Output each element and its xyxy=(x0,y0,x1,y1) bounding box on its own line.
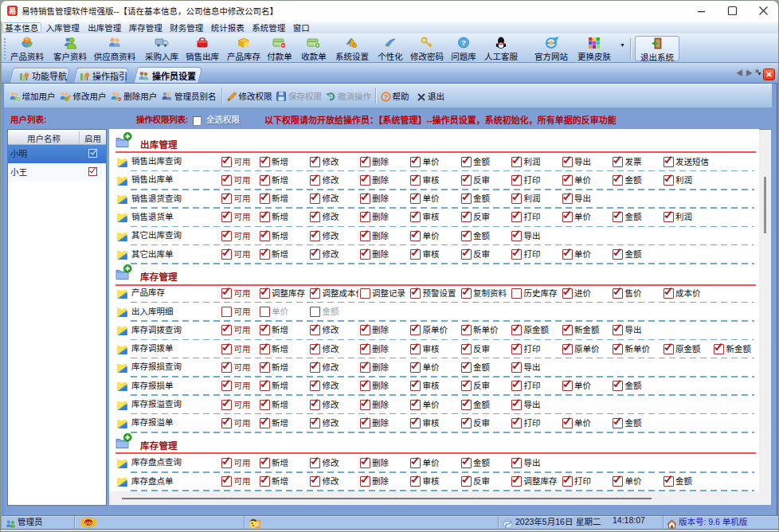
svg-text:?: ? xyxy=(383,93,387,101)
svg-text:?: ? xyxy=(461,38,466,47)
